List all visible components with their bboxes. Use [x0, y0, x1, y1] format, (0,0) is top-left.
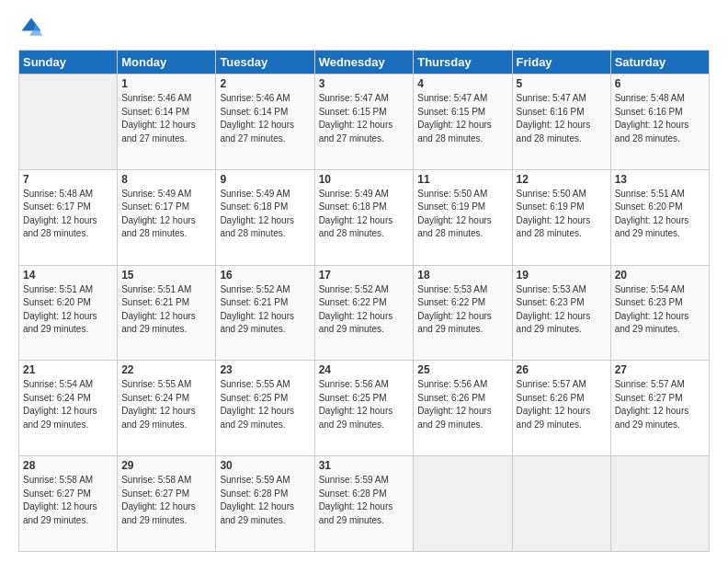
- calendar-week-row: 28Sunrise: 5:58 AM Sunset: 6:27 PM Dayli…: [19, 456, 710, 552]
- calendar-day-cell: 9Sunrise: 5:49 AM Sunset: 6:18 PM Daylig…: [216, 169, 314, 265]
- day-number: 31: [319, 459, 410, 472]
- calendar-day-cell: 16Sunrise: 5:52 AM Sunset: 6:21 PM Dayli…: [216, 265, 314, 361]
- calendar-day-cell: 21Sunrise: 5:54 AM Sunset: 6:24 PM Dayli…: [19, 361, 118, 456]
- day-info: Sunrise: 5:50 AM Sunset: 6:19 PM Dayligh…: [417, 188, 507, 241]
- day-number: 11: [417, 173, 507, 186]
- day-number: 28: [23, 459, 113, 472]
- page: SundayMondayTuesdayWednesdayThursdayFrid…: [0, 0, 728, 563]
- day-info: Sunrise: 5:49 AM Sunset: 6:18 PM Dayligh…: [220, 188, 310, 241]
- day-number: 15: [121, 269, 211, 282]
- day-number: 2: [220, 77, 310, 90]
- weekday-header: Tuesday: [216, 51, 314, 75]
- day-info: Sunrise: 5:48 AM Sunset: 6:17 PM Dayligh…: [23, 188, 113, 241]
- calendar-day-cell: [512, 456, 610, 552]
- day-info: Sunrise: 5:47 AM Sunset: 6:15 PM Dayligh…: [319, 92, 410, 145]
- day-number: 5: [517, 77, 607, 90]
- calendar-day-cell: 26Sunrise: 5:57 AM Sunset: 6:26 PM Dayli…: [512, 361, 610, 456]
- calendar-day-cell: 29Sunrise: 5:58 AM Sunset: 6:27 PM Dayli…: [118, 456, 216, 552]
- calendar-day-cell: 17Sunrise: 5:52 AM Sunset: 6:22 PM Dayli…: [314, 265, 414, 361]
- day-info: Sunrise: 5:51 AM Sunset: 6:21 PM Dayligh…: [121, 283, 211, 337]
- calendar-day-cell: 12Sunrise: 5:50 AM Sunset: 6:19 PM Dayli…: [512, 169, 610, 265]
- calendar-day-cell: 7Sunrise: 5:48 AM Sunset: 6:17 PM Daylig…: [19, 169, 118, 265]
- day-number: 14: [23, 269, 113, 282]
- day-number: 29: [121, 459, 211, 472]
- calendar-day-cell: [414, 456, 512, 552]
- day-number: 10: [319, 173, 410, 186]
- day-number: 18: [417, 269, 507, 282]
- day-number: 22: [121, 363, 211, 376]
- calendar-day-cell: 28Sunrise: 5:58 AM Sunset: 6:27 PM Dayli…: [19, 456, 118, 552]
- day-number: 7: [23, 173, 113, 186]
- calendar-day-cell: 6Sunrise: 5:48 AM Sunset: 6:16 PM Daylig…: [610, 75, 709, 170]
- day-info: Sunrise: 5:53 AM Sunset: 6:23 PM Dayligh…: [517, 283, 607, 337]
- day-info: Sunrise: 5:46 AM Sunset: 6:14 PM Dayligh…: [121, 92, 211, 145]
- day-number: 26: [517, 363, 607, 376]
- day-number: 21: [23, 363, 113, 376]
- weekday-header: Saturday: [610, 51, 709, 75]
- weekday-header: Thursday: [414, 51, 512, 75]
- day-info: Sunrise: 5:48 AM Sunset: 6:16 PM Dayligh…: [615, 92, 705, 145]
- calendar-day-cell: 5Sunrise: 5:47 AM Sunset: 6:16 PM Daylig…: [512, 75, 610, 170]
- calendar-day-cell: 15Sunrise: 5:51 AM Sunset: 6:21 PM Dayli…: [118, 265, 216, 361]
- weekday-header: Wednesday: [314, 51, 414, 75]
- day-info: Sunrise: 5:55 AM Sunset: 6:25 PM Dayligh…: [220, 378, 310, 431]
- day-info: Sunrise: 5:51 AM Sunset: 6:20 PM Dayligh…: [615, 188, 705, 241]
- calendar-day-cell: 2Sunrise: 5:46 AM Sunset: 6:14 PM Daylig…: [216, 75, 314, 170]
- calendar-day-cell: 20Sunrise: 5:54 AM Sunset: 6:23 PM Dayli…: [610, 265, 709, 361]
- calendar-day-cell: 14Sunrise: 5:51 AM Sunset: 6:20 PM Dayli…: [19, 265, 118, 361]
- day-number: 1: [121, 77, 211, 90]
- day-info: Sunrise: 5:59 AM Sunset: 6:28 PM Dayligh…: [319, 474, 410, 527]
- calendar-day-cell: 11Sunrise: 5:50 AM Sunset: 6:19 PM Dayli…: [414, 169, 512, 265]
- calendar-day-cell: 22Sunrise: 5:55 AM Sunset: 6:24 PM Dayli…: [118, 361, 216, 456]
- day-info: Sunrise: 5:51 AM Sunset: 6:20 PM Dayligh…: [23, 283, 113, 337]
- day-info: Sunrise: 5:58 AM Sunset: 6:27 PM Dayligh…: [23, 474, 113, 527]
- day-number: 27: [615, 363, 705, 376]
- day-info: Sunrise: 5:56 AM Sunset: 6:25 PM Dayligh…: [319, 378, 410, 431]
- calendar-table: SundayMondayTuesdayWednesdayThursdayFrid…: [18, 50, 710, 552]
- calendar-day-cell: 31Sunrise: 5:59 AM Sunset: 6:28 PM Dayli…: [314, 456, 414, 552]
- calendar-day-cell: 19Sunrise: 5:53 AM Sunset: 6:23 PM Dayli…: [512, 265, 610, 361]
- day-number: 16: [220, 269, 310, 282]
- calendar-day-cell: 4Sunrise: 5:47 AM Sunset: 6:15 PM Daylig…: [414, 75, 512, 170]
- calendar-week-row: 21Sunrise: 5:54 AM Sunset: 6:24 PM Dayli…: [19, 361, 710, 456]
- calendar-week-row: 7Sunrise: 5:48 AM Sunset: 6:17 PM Daylig…: [19, 169, 710, 265]
- weekday-header: Sunday: [19, 51, 118, 75]
- day-info: Sunrise: 5:46 AM Sunset: 6:14 PM Dayligh…: [220, 92, 310, 145]
- day-info: Sunrise: 5:49 AM Sunset: 6:18 PM Dayligh…: [319, 188, 410, 241]
- day-number: 20: [615, 269, 705, 282]
- calendar-day-cell: 10Sunrise: 5:49 AM Sunset: 6:18 PM Dayli…: [314, 169, 414, 265]
- day-number: 24: [319, 363, 410, 376]
- logo: [18, 15, 48, 40]
- calendar-day-cell: 1Sunrise: 5:46 AM Sunset: 6:14 PM Daylig…: [118, 75, 216, 170]
- day-number: 19: [517, 269, 607, 282]
- day-info: Sunrise: 5:58 AM Sunset: 6:27 PM Dayligh…: [121, 474, 211, 527]
- day-number: 9: [220, 173, 310, 186]
- day-info: Sunrise: 5:49 AM Sunset: 6:17 PM Dayligh…: [121, 188, 211, 241]
- day-number: 6: [615, 77, 705, 90]
- day-number: 3: [319, 77, 410, 90]
- day-info: Sunrise: 5:52 AM Sunset: 6:22 PM Dayligh…: [319, 283, 410, 337]
- calendar-day-cell: 8Sunrise: 5:49 AM Sunset: 6:17 PM Daylig…: [118, 169, 216, 265]
- calendar-day-cell: [610, 456, 709, 552]
- day-info: Sunrise: 5:52 AM Sunset: 6:21 PM Dayligh…: [220, 283, 310, 337]
- day-number: 30: [220, 459, 310, 472]
- calendar-day-cell: 3Sunrise: 5:47 AM Sunset: 6:15 PM Daylig…: [314, 75, 414, 170]
- calendar-day-cell: 13Sunrise: 5:51 AM Sunset: 6:20 PM Dayli…: [610, 169, 709, 265]
- day-number: 8: [121, 173, 211, 186]
- calendar-day-cell: 24Sunrise: 5:56 AM Sunset: 6:25 PM Dayli…: [314, 361, 414, 456]
- day-info: Sunrise: 5:47 AM Sunset: 6:16 PM Dayligh…: [517, 92, 607, 145]
- day-info: Sunrise: 5:57 AM Sunset: 6:26 PM Dayligh…: [517, 378, 607, 431]
- day-number: 17: [319, 269, 410, 282]
- day-info: Sunrise: 5:59 AM Sunset: 6:28 PM Dayligh…: [220, 474, 310, 527]
- logo-icon: [18, 15, 44, 40]
- day-number: 12: [517, 173, 607, 186]
- calendar-day-cell: 27Sunrise: 5:57 AM Sunset: 6:27 PM Dayli…: [610, 361, 709, 456]
- calendar-week-row: 1Sunrise: 5:46 AM Sunset: 6:14 PM Daylig…: [19, 75, 710, 170]
- calendar-day-cell: 18Sunrise: 5:53 AM Sunset: 6:22 PM Dayli…: [414, 265, 512, 361]
- weekday-header: Monday: [118, 51, 216, 75]
- day-info: Sunrise: 5:54 AM Sunset: 6:23 PM Dayligh…: [615, 283, 705, 337]
- calendar-day-cell: [19, 75, 118, 170]
- day-info: Sunrise: 5:57 AM Sunset: 6:27 PM Dayligh…: [615, 378, 705, 431]
- weekday-header: Friday: [512, 51, 610, 75]
- day-info: Sunrise: 5:55 AM Sunset: 6:24 PM Dayligh…: [121, 378, 211, 431]
